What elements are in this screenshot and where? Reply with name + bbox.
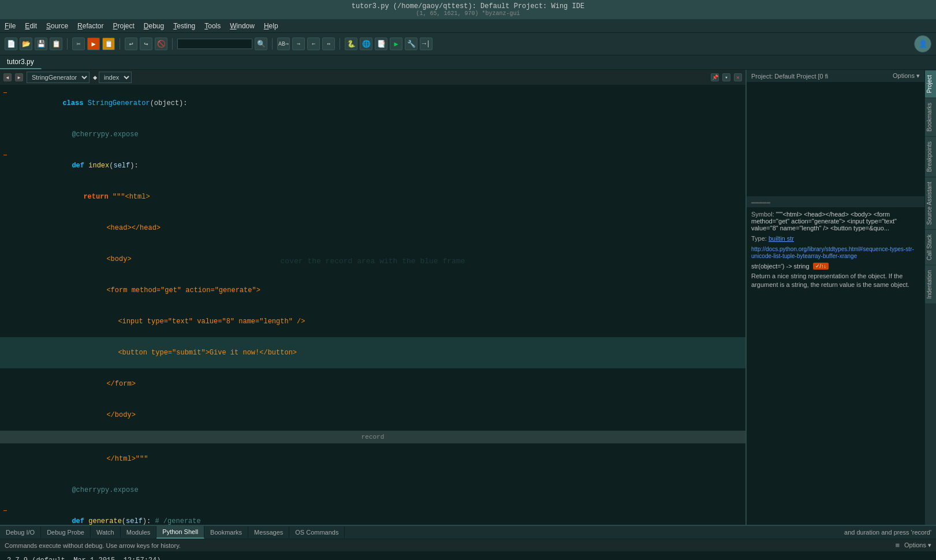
run-button[interactable]: ▶: [87, 38, 100, 50]
menu-edit[interactable]: Edit: [25, 22, 37, 30]
record-label: record: [361, 434, 385, 440]
type-value[interactable]: builtin str: [769, 235, 794, 242]
bottom-toolbar-right: ≡ Options ▾: [895, 541, 931, 550]
source-panel-label: ▬▬▬▬▬: [751, 199, 770, 206]
line-content-2: @cherrypy.expose: [10, 119, 745, 150]
search-button[interactable]: 🔍: [255, 38, 267, 50]
code-line-10: </form>: [0, 368, 745, 400]
code-line-13: @cherrypy.expose: [0, 475, 745, 506]
class-name: StringGenerator: [88, 99, 150, 107]
save-as-button[interactable]: 📋: [50, 38, 62, 50]
vtab-bookmarks[interactable]: Bookmarks: [925, 98, 937, 136]
vtab-indentation[interactable]: Indentation: [925, 265, 937, 304]
line-content-7: <form method="get" action="generate">: [10, 275, 745, 306]
menu-bar: File Edit Source Refactor Project Debug …: [0, 20, 936, 33]
source-assistant-panel: ▬▬▬▬▬ Symbol: """<html> <head></head> <b…: [747, 197, 924, 525]
self-2: self: [126, 517, 143, 525]
project-options-btn[interactable]: Options ▾: [893, 72, 920, 80]
clear-btn[interactable]: ≡: [895, 541, 900, 550]
vtab-project[interactable]: Project: [925, 70, 937, 98]
menu-project[interactable]: Project: [113, 22, 134, 30]
code-line-2: @cherrypy.expose: [0, 119, 745, 150]
func-name-1: index: [88, 162, 109, 170]
line-ind-14: —: [0, 506, 10, 516]
menu-tools[interactable]: Tools: [204, 22, 221, 30]
toolbar-sep-2: [120, 38, 120, 50]
line-content-9: <button type="submit">Give it now!</butt…: [10, 337, 745, 368]
line-content-4: return """<html>: [10, 181, 745, 212]
undo-button[interactable]: ↩: [125, 38, 137, 50]
close-editor-btn[interactable]: ✕: [734, 73, 742, 81]
btab-python-shell[interactable]: Python Shell: [156, 526, 204, 539]
menu-testing[interactable]: Testing: [173, 22, 195, 30]
toggle-button[interactable]: ⇔: [322, 38, 335, 50]
python-button[interactable]: 🐍: [345, 38, 357, 50]
vtab-breakpoints[interactable]: Breakpoints: [925, 136, 937, 177]
source-panel-content: Symbol: """<html> <head></head> <body> <…: [747, 207, 924, 525]
btab-bookmarks[interactable]: Bookmarks: [204, 527, 248, 538]
html-6: </form>: [106, 380, 135, 388]
docs-link[interactable]: http://docs.python.org/library/stdtypes.…: [751, 246, 914, 259]
class-selector[interactable]: StringGenerator: [27, 72, 90, 83]
open-file-button[interactable]: 📂: [20, 38, 32, 50]
editor-toolbar: ◄ ► StringGenerator ◆ index 📌 ▾ ✕: [0, 70, 745, 85]
indent-button[interactable]: AB⇒: [277, 38, 290, 50]
avatar-button[interactable]: 👤: [914, 35, 931, 53]
btab-os-commands[interactable]: OS Commands: [289, 527, 345, 538]
btab-debug-probe[interactable]: Debug Probe: [41, 527, 91, 538]
src-badge: ✓/↑↓: [813, 263, 829, 270]
pin-btn[interactable]: 📌: [711, 73, 719, 81]
btab-modules[interactable]: Modules: [121, 527, 157, 538]
editor-content[interactable]: cover the record area with the blue fram…: [0, 85, 745, 525]
symbol-section: Symbol: """<html> <head></head> <body> <…: [751, 211, 920, 232]
menu-help[interactable]: Help: [264, 22, 278, 30]
bottom-shell-content[interactable]: 2.7.9 (default, Mar 1 2015, 12:57:24) [G…: [0, 552, 936, 560]
line-content-6: <body>: [10, 244, 745, 275]
line-content-8: <input type="text" value="8" name="lengt…: [10, 306, 745, 337]
btab-debug-io[interactable]: Debug I/O: [0, 527, 41, 538]
html-1: <head></head>: [106, 224, 161, 232]
btab-watch[interactable]: Watch: [91, 527, 121, 538]
menu-file[interactable]: File: [5, 22, 16, 30]
new-file-button[interactable]: 📄: [5, 38, 17, 50]
save-file-button[interactable]: 💾: [35, 38, 47, 50]
line-content-12: </html>""": [10, 443, 745, 475]
outdent-button[interactable]: ⇒: [292, 38, 305, 50]
next-button[interactable]: →|: [420, 38, 432, 50]
menu-debug[interactable]: Debug: [144, 22, 164, 30]
wrap-button[interactable]: ⇐: [307, 38, 320, 50]
doc-button[interactable]: 📑: [375, 38, 387, 50]
cut-button[interactable]: ✂: [72, 38, 85, 50]
stop-button[interactable]: 🚫: [155, 38, 167, 50]
method-selector[interactable]: index: [99, 72, 132, 83]
line-content-1: class StringGenerator(object):: [10, 88, 745, 119]
redo-button[interactable]: ↪: [140, 38, 152, 50]
record-hint-text: and duration and press 'record': [840, 529, 936, 536]
menu-window[interactable]: Window: [230, 22, 255, 30]
search-input[interactable]: [177, 39, 252, 49]
play-button[interactable]: ▶: [390, 38, 402, 50]
debug-tools-button[interactable]: 🔧: [405, 38, 417, 50]
line-ind-3: —: [0, 150, 10, 160]
toolbar-sep-3: [172, 38, 173, 50]
toolbar: 📄 📂 💾 📋 ✂ ▶ 📋 ↩ ↪ 🚫 🔍 AB⇒ ⇒ ⇐ ⇔ 🐍 🌐 📑 ▶ …: [0, 33, 936, 55]
bottom-options-btn[interactable]: Options ▾: [904, 542, 931, 549]
editor-fwd-btn[interactable]: ►: [15, 73, 23, 81]
paste-button[interactable]: 📋: [102, 38, 115, 50]
paren: (object):: [150, 99, 188, 107]
vtab-source-assistant[interactable]: Source Assistant: [925, 177, 937, 229]
vtab-call-stack[interactable]: Call Stack: [925, 229, 937, 265]
fn-paren-2: ):: [130, 162, 138, 170]
minimize-btn[interactable]: ▾: [722, 73, 730, 81]
code-line-1: — class StringGenerator(object):: [0, 88, 745, 119]
signature-text: str(object=') -> string: [751, 263, 810, 270]
btab-messages[interactable]: Messages: [248, 527, 289, 538]
menu-refactor[interactable]: Refactor: [77, 22, 103, 30]
menu-source[interactable]: Source: [46, 22, 68, 30]
browser-button[interactable]: 🌐: [360, 38, 372, 50]
python-version: 2.7.9 (default, Mar 1 2015, 12:57:24): [7, 557, 929, 560]
editor-back-btn[interactable]: ◄: [3, 73, 12, 81]
tab-tutor3[interactable]: tutor3.py: [0, 55, 42, 69]
record-overlay: record: [0, 431, 745, 443]
title-bar: tutor3.py (/home/gaoy/qttest): Default P…: [0, 0, 936, 20]
